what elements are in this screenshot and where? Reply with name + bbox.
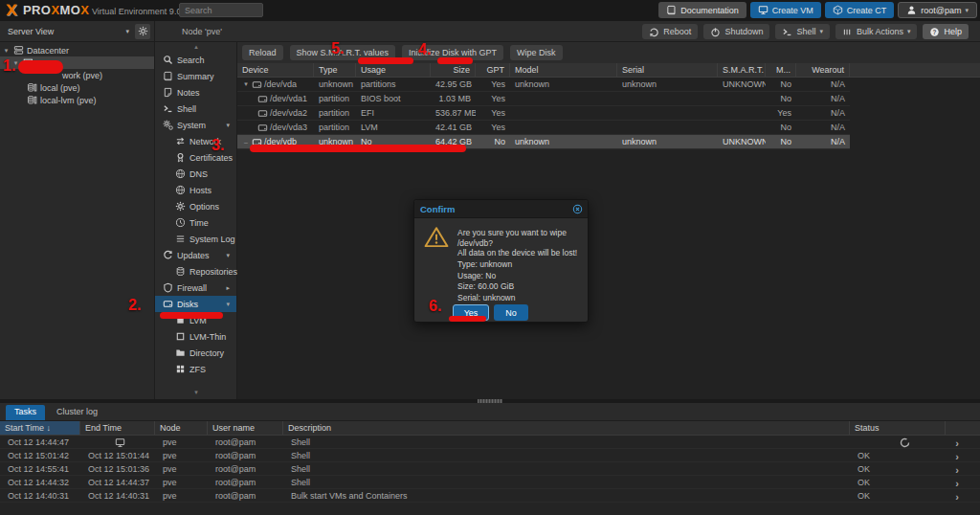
menu-item-label: LVM-Thin (189, 332, 226, 342)
task-row[interactable]: Oct 12 14:55:41Oct 12 15:01:36pveroot@pa… (0, 462, 980, 476)
serial-cell (617, 121, 718, 134)
column-header-end-time[interactable]: End Time (80, 421, 155, 435)
row-expand-chevron-icon[interactable]: › (946, 449, 969, 461)
column-header-wearout[interactable]: Wearout (796, 63, 850, 77)
column-header-size[interactable]: Size (431, 63, 476, 77)
menu-item-time[interactable]: Time (155, 214, 236, 231)
annotation-number-6: 6. (429, 298, 441, 315)
column-header-device[interactable]: Device (237, 63, 314, 77)
annotation-mark-2 (160, 312, 223, 319)
row-expand-chevron-icon[interactable]: › (946, 462, 969, 475)
menu-item-shell[interactable]: Shell (155, 101, 236, 117)
column-header-usage[interactable]: Usage (356, 63, 431, 77)
node-cell: pve (155, 462, 208, 475)
clock-icon (175, 217, 186, 228)
dialog-detail-line: Usage: No (457, 271, 515, 282)
disk-row-dev-vda1[interactable]: /dev/vda1partitionBIOS boot1.03 MBYesNoN… (237, 92, 850, 106)
menu-scroll-up-icon[interactable]: ▴ (155, 43, 237, 51)
shell-button[interactable]: Shell▾ (775, 24, 830, 39)
column-header-gpt[interactable]: GPT (476, 63, 510, 77)
server-view-label: Server View (8, 27, 54, 36)
menu-item-notes[interactable]: Notes (155, 84, 236, 101)
menu-item-lvm-thin[interactable]: LVM-Thin (155, 328, 236, 345)
disk-row-dev-vda2[interactable]: /dev/vda2partitionEFI536.87 MBYesYesN/A (237, 106, 850, 121)
menu-item-firewall[interactable]: Firewall▸ (155, 280, 236, 296)
column-header-type[interactable]: Type (314, 63, 356, 77)
book-icon (163, 71, 173, 81)
wipe-disk-button[interactable]: Wipe Disk (510, 45, 563, 60)
button-label: Shutdown (724, 27, 763, 36)
tree-item-label: local-lvm (pve) (40, 96, 97, 105)
tree-item-local-lvm-pve[interactable]: local-lvm (pve) (0, 94, 154, 106)
menu-item-updates[interactable]: Updates▾ (155, 247, 236, 263)
column-header-model[interactable]: Model (510, 63, 617, 77)
root-pam-button[interactable]: root@pam▾ (898, 2, 977, 18)
disks-toolbar: ReloadShow S.M.A.R.T. valuesInitialize D… (237, 42, 980, 63)
task-row[interactable]: Oct 12 15:01:42Oct 12 15:01:44pveroot@pa… (0, 449, 980, 462)
tree-expand-icon[interactable]: ▾ (242, 80, 250, 88)
menu-item-repositories[interactable]: Repositories (155, 263, 236, 280)
menu-item-system-log[interactable]: System Log (155, 231, 236, 247)
column-header-description[interactable]: Description (283, 421, 850, 435)
node-cell: pve (155, 489, 208, 502)
top-header-bar: PROXMOX Virtual Environment 9.0.10 Docum… (0, 0, 980, 21)
model-cell (510, 92, 617, 105)
tree-settings-button[interactable] (135, 24, 150, 39)
disk-row-dev-vda3[interactable]: /dev/vda3partitionLVM42.41 GBYesNoN/A (237, 121, 850, 135)
menu-item-zfs[interactable]: ZFS (155, 361, 236, 377)
row-expand-chevron-icon[interactable]: › (946, 476, 969, 488)
disk-row-dev-vda[interactable]: ▾/dev/vdaunknownpartitions42.95 GBYesunk… (237, 78, 850, 92)
menu-item-label: Search (177, 56, 205, 65)
disks-table-header: DeviceTypeUsageSizeGPTModelSerialS.M.A.R… (237, 63, 980, 78)
tab-cluster-log[interactable]: Cluster log (48, 405, 106, 420)
tab-tasks[interactable]: Tasks (6, 405, 45, 420)
documentation-button[interactable]: Documentation (658, 2, 746, 18)
menu-item-dns[interactable]: DNS (155, 166, 236, 182)
menu-item-label: Shell (177, 104, 196, 114)
menu-item-options[interactable]: Options (155, 198, 236, 214)
row-expand-chevron-icon[interactable]: › (946, 436, 969, 448)
bulk-actions-button[interactable]: Bulk Actions▾ (835, 24, 918, 39)
column-header-user-name[interactable]: User name (208, 421, 283, 435)
create-vm-button[interactable]: Create VM (750, 2, 821, 18)
menu-scroll-down-icon[interactable]: ▾ (155, 389, 237, 396)
menu-item-label: System (177, 121, 206, 130)
menu-item-summary[interactable]: Summary (155, 68, 236, 84)
tree-item-local-pve[interactable]: local (pve) (0, 81, 154, 94)
reload-button[interactable]: Reload (242, 45, 283, 60)
column-header-s-m-a-r-t[interactable]: S.M.A.R.T. (718, 63, 766, 77)
node-header-bar: Node 'pve' RebootShutdownShell▾Bulk Acti… (155, 21, 980, 42)
dialog-close-icon[interactable] (572, 204, 583, 214)
column-header-m[interactable]: M... (766, 63, 796, 77)
menu-item-hosts[interactable]: Hosts (155, 182, 236, 198)
menu-item-disks[interactable]: Disks▾ (155, 296, 236, 312)
row-expand-chevron-icon[interactable]: › (946, 489, 969, 502)
tree-item-datacenter[interactable]: ▾Datacenter (0, 44, 154, 56)
button-label: Create CT (847, 6, 887, 15)
column-label: Node (160, 423, 181, 433)
help-button[interactable]: ?Help (923, 24, 969, 39)
global-search-input[interactable] (179, 3, 263, 17)
shutdown-button[interactable]: Shutdown (703, 24, 769, 39)
task-row[interactable]: Oct 12 14:40:31Oct 12 14:40:31pveroot@pa… (0, 489, 980, 503)
smart-cell: UNKNOWN (718, 78, 766, 91)
column-header-serial[interactable]: Serial (617, 63, 718, 77)
menu-item-search[interactable]: Search (155, 52, 236, 68)
column-header-node[interactable]: Node (155, 421, 208, 435)
task-row[interactable]: Oct 12 14:44:47pveroot@pamShell› (0, 436, 980, 449)
create-ct-button[interactable]: Create CT (825, 2, 895, 18)
serial-cell: unknown (617, 135, 718, 148)
menu-item-directory[interactable]: Directory (155, 345, 236, 361)
menu-item-system[interactable]: System▾ (155, 117, 236, 133)
column-header-start-time[interactable]: Start Time ↓ (0, 421, 80, 435)
tree-expand-icon[interactable]: ▾ (2, 47, 11, 55)
column-header-status[interactable]: Status (850, 421, 946, 435)
server-view-select[interactable]: Server View ▾ (0, 27, 135, 36)
task-row[interactable]: Oct 12 14:44:32Oct 12 14:44:37pveroot@pa… (0, 476, 980, 489)
m-cell: No (766, 121, 796, 134)
no-button[interactable]: No (494, 304, 528, 321)
reboot-button[interactable]: Reboot (642, 24, 698, 39)
annotation-mark-1 (18, 60, 63, 74)
network-icon (175, 136, 186, 146)
gpt-cell: Yes (476, 92, 510, 105)
